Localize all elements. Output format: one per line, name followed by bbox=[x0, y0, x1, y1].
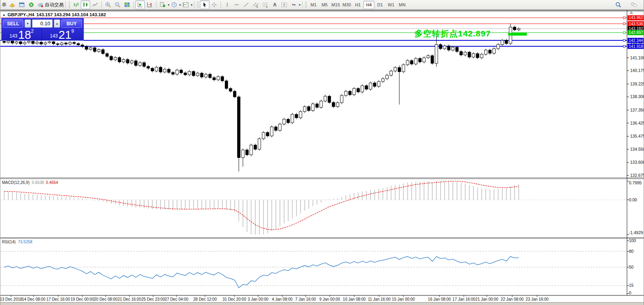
svg-text:4 Jan 08:00: 4 Jan 08:00 bbox=[272, 297, 293, 301]
svg-text:142.897: 142.897 bbox=[629, 30, 643, 35]
svg-text:20 Dec 08:00: 20 Dec 08:00 bbox=[94, 297, 118, 301]
svg-text:17 Dec 16:00: 17 Dec 16:00 bbox=[46, 297, 70, 301]
sell-price-display[interactable]: 143 18 2 bbox=[2, 28, 42, 40]
buy-price-display[interactable]: 143 21 9 bbox=[42, 28, 82, 40]
svg-text:135.475: 135.475 bbox=[630, 134, 644, 138]
buy-price-sup: 9 bbox=[71, 28, 74, 34]
macd-value-signal: 0.4554 bbox=[46, 180, 58, 185]
macd-value-main: 0.6538 bbox=[32, 180, 44, 185]
svg-text:15: 15 bbox=[629, 283, 634, 288]
one-click-trade-panel: SELL ▼ 0.10 ▲ BUY 143 18 2 143 21 9 bbox=[1, 18, 84, 41]
buy-price-prefix: 143 bbox=[50, 33, 58, 40]
collapse-panel-icon[interactable]: ▲ bbox=[2, 13, 6, 17]
rsi-label: RSI(14) bbox=[2, 240, 15, 244]
svg-text:139.225: 139.225 bbox=[630, 81, 644, 86]
svg-text:0.00: 0.00 bbox=[629, 197, 637, 202]
svg-text:25 Dec 23:00: 25 Dec 23:00 bbox=[141, 297, 165, 301]
rsi-value: 73.5258 bbox=[18, 240, 32, 244]
svg-text:31 Dec 20:00: 31 Dec 20:00 bbox=[222, 297, 246, 301]
svg-text:16 Jan 08:00: 16 Jan 08:00 bbox=[428, 297, 451, 301]
svg-text:7 Jan 16:00: 7 Jan 16:00 bbox=[295, 297, 316, 301]
volume-up-button[interactable]: ▲ bbox=[54, 19, 60, 28]
svg-text:28 Dec 12:00: 28 Dec 12:00 bbox=[193, 297, 217, 301]
sell-button[interactable]: SELL bbox=[3, 19, 23, 28]
svg-text:100: 100 bbox=[629, 238, 636, 243]
svg-text:0.7995: 0.7995 bbox=[629, 180, 642, 185]
svg-text:133.600: 133.600 bbox=[630, 160, 644, 165]
svg-text:134.550: 134.550 bbox=[630, 147, 644, 152]
svg-text:23 Jan 16:00: 23 Jan 16:00 bbox=[526, 297, 549, 301]
svg-text:9 Jan 00:00: 9 Jan 00:00 bbox=[319, 297, 340, 301]
svg-text:21 Dec 16:00: 21 Dec 16:00 bbox=[118, 297, 141, 301]
terminal-window: 单 自动交易 bbox=[0, 0, 644, 305]
svg-text:15 Jan 00:00: 15 Jan 00:00 bbox=[392, 297, 415, 301]
svg-text:80: 80 bbox=[629, 249, 634, 254]
svg-text:17 Jan 16:00: 17 Jan 16:00 bbox=[452, 297, 475, 301]
svg-text:137.350: 137.350 bbox=[630, 108, 644, 112]
sell-price-prefix: 143 bbox=[9, 33, 17, 40]
window-bottom-edge bbox=[0, 302, 644, 305]
svg-text:-1.4929: -1.4929 bbox=[629, 230, 643, 235]
sell-price-big: 18 bbox=[18, 30, 31, 40]
volume-input[interactable]: 0.10 bbox=[32, 19, 53, 28]
svg-text:138.300: 138.300 bbox=[630, 94, 644, 99]
sell-price-sup: 2 bbox=[31, 28, 34, 34]
svg-text:27 Dec 04:00: 27 Dec 04:00 bbox=[165, 297, 188, 301]
volume-down-button[interactable]: ▼ bbox=[25, 19, 31, 28]
svg-text:21 Jan 00:00: 21 Jan 00:00 bbox=[475, 297, 498, 301]
pivot-annotation-bar[interactable] bbox=[508, 33, 527, 36]
chart-ohlc-readout: 143.157 143.294 143.104 143.182 bbox=[36, 12, 106, 17]
svg-text:14 Dec 08:00: 14 Dec 08:00 bbox=[22, 297, 46, 301]
svg-text:22 Jan 08:00: 22 Jan 08:00 bbox=[501, 297, 524, 301]
svg-text:132.675: 132.675 bbox=[630, 173, 644, 178]
svg-text:143.962: 143.962 bbox=[629, 15, 643, 20]
chart-symbol-period: GBPJPY-,H4 bbox=[8, 12, 34, 17]
svg-text:140.175: 140.175 bbox=[630, 68, 644, 73]
svg-text:141.918: 141.918 bbox=[629, 44, 643, 49]
buy-button[interactable]: BUY bbox=[61, 19, 82, 28]
pivot-annotation-text[interactable]: 多空转折点142.897 bbox=[414, 28, 491, 39]
chart-area[interactable]: 142.050141.100140.175139.225138.300137.3… bbox=[0, 0, 644, 305]
buy-price-big: 21 bbox=[59, 30, 71, 40]
svg-text:19 Dec 00:00: 19 Dec 00:00 bbox=[70, 297, 94, 301]
macd-label: MACD(12,26,9) bbox=[2, 180, 29, 185]
svg-text:143.536: 143.536 bbox=[629, 22, 643, 26]
svg-text:136.425: 136.425 bbox=[630, 121, 644, 125]
svg-text:142.344: 142.344 bbox=[629, 38, 643, 43]
price-badges: 143.962143.536143.182142.897142.344141.9… bbox=[628, 15, 644, 49]
rsi-header: RSI(14)73.5258 bbox=[2, 240, 32, 244]
chart-header: ▲ GBPJPY-,H4 143.157 143.294 143.104 143… bbox=[2, 12, 106, 17]
macd-header: MACD(12,26,9)0.65380.4554 bbox=[2, 180, 58, 185]
svg-text:50: 50 bbox=[629, 265, 634, 269]
svg-text:3 Jan 00:00: 3 Jan 00:00 bbox=[248, 297, 269, 301]
svg-text:10 Jan 08:00: 10 Jan 08:00 bbox=[343, 297, 366, 301]
svg-text:141.100: 141.100 bbox=[630, 55, 644, 60]
svg-text:11 Jan 16:00: 11 Jan 16:00 bbox=[368, 297, 391, 301]
svg-text:13 Dec 2018: 13 Dec 2018 bbox=[0, 297, 23, 301]
svg-text:0: 0 bbox=[629, 290, 631, 295]
